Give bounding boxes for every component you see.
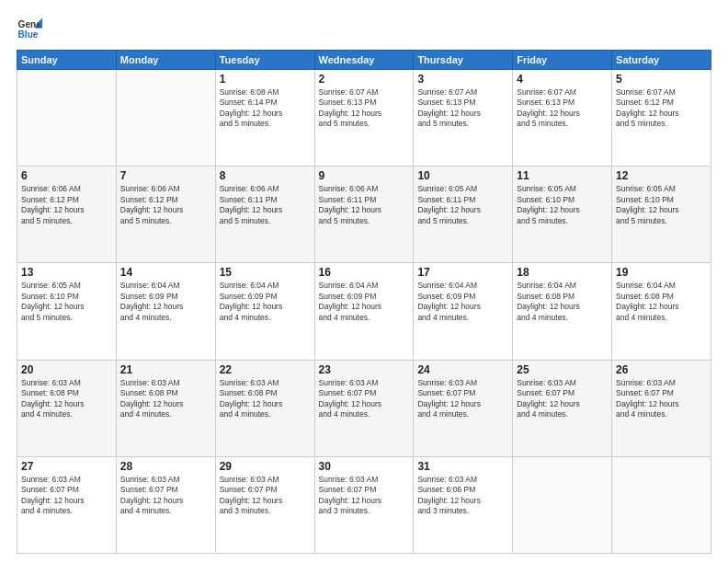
- calendar-day-cell: 30Sunrise: 6:03 AM Sunset: 6:07 PM Dayli…: [314, 456, 414, 553]
- day-info: Sunrise: 6:06 AM Sunset: 6:12 PM Dayligh…: [120, 184, 211, 226]
- day-number: 20: [21, 363, 112, 376]
- day-info: Sunrise: 6:06 AM Sunset: 6:12 PM Dayligh…: [21, 184, 112, 226]
- day-info: Sunrise: 6:03 AM Sunset: 6:08 PM Dayligh…: [21, 378, 112, 420]
- calendar-day-cell: 1Sunrise: 6:08 AM Sunset: 6:14 PM Daylig…: [215, 70, 314, 167]
- calendar-day-cell: 21Sunrise: 6:03 AM Sunset: 6:08 PM Dayli…: [116, 360, 215, 456]
- calendar-day-cell: 18Sunrise: 6:04 AM Sunset: 6:08 PM Dayli…: [513, 263, 612, 360]
- calendar-day-cell: 6Sunrise: 6:06 AM Sunset: 6:12 PM Daylig…: [17, 167, 117, 263]
- page: General Blue SundayMondayTuesdayWednesda…: [0, 0, 728, 563]
- calendar-day-cell: 28Sunrise: 6:03 AM Sunset: 6:07 PM Dayli…: [116, 456, 215, 553]
- logo-icon: General Blue: [17, 17, 42, 42]
- day-number: 6: [21, 169, 112, 182]
- day-number: 24: [417, 363, 508, 376]
- calendar-day-cell: 29Sunrise: 6:03 AM Sunset: 6:07 PM Dayli…: [215, 456, 314, 553]
- day-number: 2: [319, 73, 410, 86]
- calendar-day-cell: 13Sunrise: 6:05 AM Sunset: 6:10 PM Dayli…: [17, 263, 117, 360]
- day-info: Sunrise: 6:07 AM Sunset: 6:12 PM Dayligh…: [616, 87, 707, 130]
- day-info: Sunrise: 6:03 AM Sunset: 6:07 PM Dayligh…: [120, 475, 211, 517]
- calendar-day-cell: 2Sunrise: 6:07 AM Sunset: 6:13 PM Daylig…: [314, 70, 414, 167]
- calendar-day-cell: [17, 70, 117, 167]
- weekday-header-row: SundayMondayTuesdayWednesdayThursdayFrid…: [17, 51, 711, 70]
- calendar-day-cell: 27Sunrise: 6:03 AM Sunset: 6:07 PM Dayli…: [17, 456, 117, 553]
- calendar-table: SundayMondayTuesdayWednesdayThursdayFrid…: [17, 50, 711, 554]
- day-number: 4: [517, 73, 608, 86]
- day-number: 14: [120, 266, 211, 279]
- day-info: Sunrise: 6:04 AM Sunset: 6:09 PM Dayligh…: [319, 281, 410, 323]
- day-number: 16: [319, 266, 410, 279]
- day-info: Sunrise: 6:04 AM Sunset: 6:08 PM Dayligh…: [517, 281, 608, 323]
- day-number: 15: [220, 266, 311, 279]
- day-info: Sunrise: 6:03 AM Sunset: 6:08 PM Dayligh…: [220, 378, 311, 420]
- day-number: 10: [417, 169, 508, 182]
- calendar-day-cell: 11Sunrise: 6:05 AM Sunset: 6:10 PM Dayli…: [513, 167, 612, 263]
- calendar-day-cell: [612, 456, 711, 553]
- day-info: Sunrise: 6:03 AM Sunset: 6:06 PM Dayligh…: [417, 475, 508, 517]
- weekday-header-sunday: Sunday: [17, 51, 117, 70]
- calendar-day-cell: 19Sunrise: 6:04 AM Sunset: 6:08 PM Dayli…: [612, 263, 711, 360]
- weekday-header-wednesday: Wednesday: [314, 51, 414, 70]
- day-info: Sunrise: 6:05 AM Sunset: 6:10 PM Dayligh…: [21, 281, 112, 323]
- day-number: 8: [220, 169, 311, 182]
- calendar-day-cell: 24Sunrise: 6:03 AM Sunset: 6:07 PM Dayli…: [414, 360, 513, 456]
- calendar-day-cell: 26Sunrise: 6:03 AM Sunset: 6:07 PM Dayli…: [612, 360, 711, 456]
- day-info: Sunrise: 6:03 AM Sunset: 6:07 PM Dayligh…: [319, 475, 410, 517]
- day-number: 19: [616, 266, 707, 279]
- calendar-day-cell: [116, 70, 215, 167]
- calendar-day-cell: 17Sunrise: 6:04 AM Sunset: 6:09 PM Dayli…: [414, 263, 513, 360]
- calendar-day-cell: 14Sunrise: 6:04 AM Sunset: 6:09 PM Dayli…: [116, 263, 215, 360]
- day-number: 12: [616, 169, 707, 182]
- day-number: 26: [616, 363, 707, 376]
- calendar-week-row: 6Sunrise: 6:06 AM Sunset: 6:12 PM Daylig…: [17, 167, 711, 263]
- day-info: Sunrise: 6:03 AM Sunset: 6:07 PM Dayligh…: [616, 378, 707, 420]
- day-info: Sunrise: 6:03 AM Sunset: 6:07 PM Dayligh…: [517, 378, 608, 420]
- calendar-day-cell: 15Sunrise: 6:04 AM Sunset: 6:09 PM Dayli…: [215, 263, 314, 360]
- day-info: Sunrise: 6:03 AM Sunset: 6:07 PM Dayligh…: [220, 475, 311, 517]
- day-info: Sunrise: 6:04 AM Sunset: 6:09 PM Dayligh…: [120, 281, 211, 323]
- calendar-day-cell: 12Sunrise: 6:05 AM Sunset: 6:10 PM Dayli…: [612, 167, 711, 263]
- day-number: 3: [417, 73, 508, 86]
- calendar-week-row: 20Sunrise: 6:03 AM Sunset: 6:08 PM Dayli…: [17, 360, 711, 456]
- day-info: Sunrise: 6:04 AM Sunset: 6:09 PM Dayligh…: [220, 281, 311, 323]
- day-number: 25: [517, 363, 608, 376]
- day-number: 7: [120, 169, 211, 182]
- header: General Blue: [17, 17, 711, 42]
- calendar-day-cell: 31Sunrise: 6:03 AM Sunset: 6:06 PM Dayli…: [414, 456, 513, 553]
- day-info: Sunrise: 6:05 AM Sunset: 6:10 PM Dayligh…: [616, 184, 707, 226]
- day-number: 13: [21, 266, 112, 279]
- calendar-day-cell: 5Sunrise: 6:07 AM Sunset: 6:12 PM Daylig…: [612, 70, 711, 167]
- day-number: 31: [417, 460, 508, 473]
- calendar-day-cell: 23Sunrise: 6:03 AM Sunset: 6:07 PM Dayli…: [314, 360, 414, 456]
- calendar-day-cell: 9Sunrise: 6:06 AM Sunset: 6:11 PM Daylig…: [314, 167, 414, 263]
- day-info: Sunrise: 6:04 AM Sunset: 6:09 PM Dayligh…: [417, 281, 508, 323]
- day-info: Sunrise: 6:08 AM Sunset: 6:14 PM Dayligh…: [220, 87, 311, 130]
- logo: General Blue: [17, 17, 42, 42]
- calendar-day-cell: 10Sunrise: 6:05 AM Sunset: 6:11 PM Dayli…: [414, 167, 513, 263]
- day-number: 21: [120, 363, 211, 376]
- calendar-week-row: 27Sunrise: 6:03 AM Sunset: 6:07 PM Dayli…: [17, 456, 711, 553]
- calendar-day-cell: [513, 456, 612, 553]
- day-info: Sunrise: 6:06 AM Sunset: 6:11 PM Dayligh…: [319, 184, 410, 226]
- weekday-header-saturday: Saturday: [612, 51, 711, 70]
- day-info: Sunrise: 6:07 AM Sunset: 6:13 PM Dayligh…: [517, 87, 608, 130]
- calendar-day-cell: 4Sunrise: 6:07 AM Sunset: 6:13 PM Daylig…: [513, 70, 612, 167]
- calendar-day-cell: 20Sunrise: 6:03 AM Sunset: 6:08 PM Dayli…: [17, 360, 117, 456]
- day-info: Sunrise: 6:07 AM Sunset: 6:13 PM Dayligh…: [417, 87, 508, 130]
- day-number: 17: [417, 266, 508, 279]
- day-number: 5: [616, 73, 707, 86]
- day-number: 18: [517, 266, 608, 279]
- day-info: Sunrise: 6:07 AM Sunset: 6:13 PM Dayligh…: [319, 87, 410, 130]
- day-info: Sunrise: 6:03 AM Sunset: 6:07 PM Dayligh…: [319, 378, 410, 420]
- calendar-day-cell: 16Sunrise: 6:04 AM Sunset: 6:09 PM Dayli…: [314, 263, 414, 360]
- day-number: 9: [319, 169, 410, 182]
- calendar-day-cell: 22Sunrise: 6:03 AM Sunset: 6:08 PM Dayli…: [215, 360, 314, 456]
- calendar-week-row: 13Sunrise: 6:05 AM Sunset: 6:10 PM Dayli…: [17, 263, 711, 360]
- day-number: 30: [319, 460, 410, 473]
- day-number: 22: [220, 363, 311, 376]
- weekday-header-tuesday: Tuesday: [215, 51, 314, 70]
- day-number: 1: [220, 73, 311, 86]
- calendar-week-row: 1Sunrise: 6:08 AM Sunset: 6:14 PM Daylig…: [17, 70, 711, 167]
- day-info: Sunrise: 6:03 AM Sunset: 6:07 PM Dayligh…: [417, 378, 508, 420]
- calendar-day-cell: 8Sunrise: 6:06 AM Sunset: 6:11 PM Daylig…: [215, 167, 314, 263]
- weekday-header-thursday: Thursday: [414, 51, 513, 70]
- day-number: 23: [319, 363, 410, 376]
